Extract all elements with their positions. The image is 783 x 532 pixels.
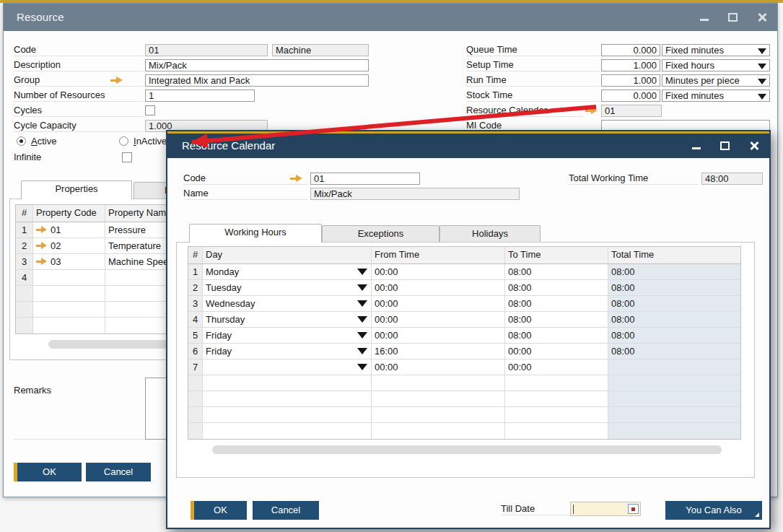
group-link-arrow-icon[interactable] bbox=[110, 77, 123, 84]
from-time-cell[interactable] bbox=[372, 423, 505, 439]
to-time-cell[interactable]: 00:00 bbox=[505, 344, 608, 359]
to-time-cell[interactable]: 08:00 bbox=[505, 280, 608, 295]
total-working-time-field[interactable]: 48:00 bbox=[701, 173, 763, 185]
property-code-cell[interactable] bbox=[33, 270, 105, 285]
group-field[interactable]: Integrated Mix and Pack bbox=[145, 74, 369, 87]
dialog-cancel-button[interactable]: Cancel bbox=[253, 501, 319, 520]
from-time-cell[interactable] bbox=[372, 407, 505, 422]
calendar-code-link-arrow-icon[interactable] bbox=[290, 175, 302, 183]
queue-time-field[interactable]: 0.000 bbox=[601, 44, 660, 56]
from-time-cell[interactable]: 00:00 bbox=[372, 264, 505, 279]
link-arrow-icon[interactable] bbox=[36, 226, 48, 234]
calendar-name-field[interactable]: Mix/Pack bbox=[310, 188, 520, 200]
close-icon[interactable] bbox=[756, 11, 769, 24]
day-cell[interactable] bbox=[203, 423, 372, 439]
minimize-icon[interactable] bbox=[698, 11, 711, 24]
description-field[interactable]: Mix/Pack bbox=[145, 59, 369, 71]
dialog-titlebar[interactable]: Resource Calendar bbox=[167, 134, 769, 158]
from-time-cell[interactable]: 00:00 bbox=[372, 280, 505, 295]
run-time-field[interactable]: 1.000 bbox=[601, 74, 660, 87]
calendar-picker-icon[interactable] bbox=[628, 504, 639, 514]
day-dropdown-icon[interactable] bbox=[357, 316, 367, 323]
to-time-cell[interactable]: 08:00 bbox=[505, 328, 608, 343]
property-code-cell[interactable] bbox=[33, 318, 105, 333]
setup-time-field[interactable]: 1.000 bbox=[601, 59, 660, 71]
chevron-down-icon[interactable] bbox=[758, 94, 766, 100]
to-time-cell[interactable]: 08:00 bbox=[505, 296, 608, 311]
active-radio[interactable] bbox=[17, 136, 26, 146]
queue-time-unit-select[interactable]: Fixed minutes bbox=[662, 44, 770, 56]
maximize-icon[interactable] bbox=[719, 139, 732, 152]
to-time-cell[interactable]: 08:00 bbox=[505, 264, 608, 279]
chevron-down-icon[interactable] bbox=[758, 79, 766, 84]
to-time-cell[interactable]: 00:00 bbox=[505, 359, 608, 375]
maximize-icon[interactable] bbox=[727, 11, 740, 24]
day-dropdown-icon[interactable] bbox=[357, 284, 367, 291]
resource-type-field[interactable]: Machine bbox=[272, 44, 369, 56]
property-code-cell[interactable]: 02 bbox=[33, 238, 105, 253]
number-of-resources-field[interactable]: 1 bbox=[145, 90, 255, 102]
property-code-cell[interactable] bbox=[33, 286, 105, 301]
to-time-cell[interactable]: 08:00 bbox=[505, 312, 608, 327]
you-can-also-button[interactable]: You Can Also bbox=[665, 501, 762, 520]
day-cell[interactable] bbox=[203, 391, 372, 406]
tab-properties[interactable]: Properties bbox=[21, 180, 132, 199]
tab-exceptions[interactable]: Exceptions bbox=[322, 225, 439, 243]
calendar-code-label: Code bbox=[183, 173, 307, 185]
day-dropdown-icon[interactable] bbox=[357, 269, 367, 275]
from-time-cell[interactable]: 16:00 bbox=[372, 344, 505, 359]
cancel-button[interactable]: Cancel bbox=[86, 463, 151, 481]
infinite-checkbox[interactable] bbox=[122, 152, 132, 162]
day-dropdown-icon[interactable] bbox=[357, 300, 367, 307]
property-code-cell[interactable] bbox=[33, 302, 105, 317]
from-time-cell[interactable]: 00:00 bbox=[372, 328, 505, 343]
from-time-cell[interactable] bbox=[372, 391, 505, 406]
tab-holidays[interactable]: Holidays bbox=[439, 225, 541, 243]
day-cell[interactable] bbox=[203, 375, 372, 391]
day-dropdown-icon[interactable] bbox=[357, 348, 367, 354]
to-time-cell[interactable] bbox=[505, 391, 608, 406]
day-cell[interactable] bbox=[203, 407, 372, 422]
day-cell[interactable]: Thursday bbox=[203, 312, 372, 327]
property-code-cell[interactable]: 01 bbox=[33, 222, 105, 237]
link-arrow-icon[interactable] bbox=[36, 242, 48, 250]
hours-horizontal-scrollbar[interactable] bbox=[212, 445, 722, 454]
chevron-down-icon[interactable] bbox=[758, 64, 766, 69]
to-time-cell[interactable] bbox=[505, 407, 608, 422]
calendar-code-field[interactable]: 01 bbox=[310, 173, 420, 185]
till-date-field[interactable] bbox=[570, 502, 641, 516]
to-time-cell[interactable] bbox=[505, 375, 608, 391]
resource-window-titlebar[interactable]: Resource bbox=[4, 4, 777, 31]
inactive-radio[interactable] bbox=[119, 136, 128, 146]
day-cell[interactable] bbox=[203, 359, 372, 375]
dialog-ok-button[interactable]: OK bbox=[191, 501, 247, 520]
link-arrow-icon[interactable] bbox=[36, 258, 48, 266]
tab-working-hours[interactable]: Working Hours bbox=[189, 224, 322, 243]
from-time-cell[interactable]: 00:00 bbox=[372, 296, 505, 311]
close-icon[interactable] bbox=[748, 139, 761, 152]
from-time-cell[interactable]: 00:00 bbox=[372, 312, 505, 327]
property-code-cell[interactable]: 03 bbox=[33, 254, 105, 269]
cycles-checkbox[interactable] bbox=[145, 105, 155, 115]
resource-calendar-link-arrow-icon[interactable] bbox=[585, 107, 598, 115]
col-header-total-time: Total Time bbox=[608, 247, 740, 263]
run-time-unit-select[interactable]: Minutes per piece bbox=[662, 74, 770, 87]
day-dropdown-icon[interactable] bbox=[357, 332, 367, 339]
day-dropdown-icon[interactable] bbox=[357, 364, 367, 370]
day-cell[interactable]: Friday bbox=[203, 328, 372, 343]
day-cell[interactable]: Monday bbox=[203, 264, 372, 279]
chevron-down-icon[interactable] bbox=[758, 48, 766, 54]
setup-time-unit-select[interactable]: Fixed hours bbox=[662, 59, 770, 71]
from-time-cell[interactable] bbox=[372, 375, 505, 391]
day-cell[interactable]: Wednesday bbox=[203, 296, 372, 311]
day-cell[interactable]: Friday bbox=[203, 344, 372, 359]
stock-time-field[interactable]: 0.000 bbox=[601, 90, 660, 102]
from-time-cell[interactable]: 00:00 bbox=[372, 359, 505, 375]
resource-calendar-field[interactable]: 01 bbox=[601, 105, 662, 117]
stock-time-unit-select[interactable]: Fixed minutes bbox=[662, 90, 770, 102]
day-cell[interactable]: Tuesday bbox=[203, 280, 372, 295]
to-time-cell[interactable] bbox=[505, 423, 608, 439]
ok-button[interactable]: OK bbox=[14, 463, 82, 481]
minimize-icon[interactable] bbox=[690, 139, 703, 152]
code-field[interactable]: 01 bbox=[145, 44, 268, 56]
